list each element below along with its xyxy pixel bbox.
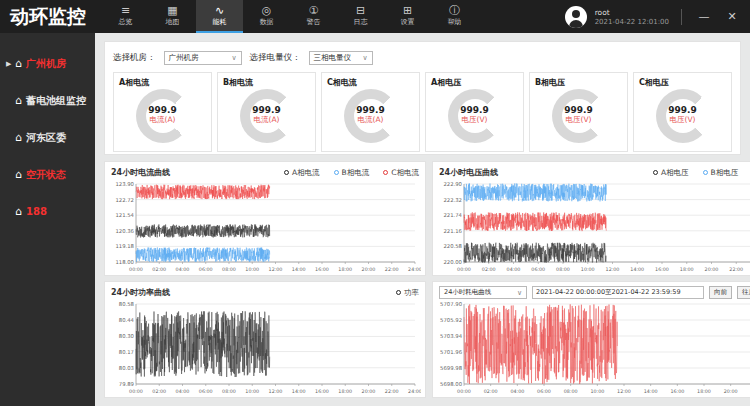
gauge-value: 999.9 xyxy=(552,105,606,115)
chart-legend: 功率 xyxy=(396,288,419,298)
overview-icon: ≡ xyxy=(121,5,130,16)
svg-text:122.72: 122.72 xyxy=(115,197,134,203)
gauge-cards: A相电流 999.9电流(A) B相电流 999.9电流(A) C相电流 999… xyxy=(113,72,732,152)
room-select[interactable]: 广州机房 ∨ xyxy=(164,51,242,65)
legend-item[interactable]: 功率 xyxy=(396,288,419,298)
svg-text:06:00: 06:00 xyxy=(199,267,213,272)
svg-text:16:00: 16:00 xyxy=(670,389,684,394)
svg-text:12:00: 12:00 xyxy=(269,267,283,272)
gauges-panel: 选择机房： 广州机房 ∨ 选择电量仪： 三相电量仪 ∨ A相电流 999.9电流… xyxy=(104,41,741,155)
power-curve-plot: 80.5880.4480.3080.1780.0379.8900:0002:00… xyxy=(109,300,421,395)
svg-text:16:00: 16:00 xyxy=(315,267,329,272)
nav-tab-help[interactable]: ⓘ帮助 xyxy=(431,0,478,33)
legend-item[interactable]: B相电流 xyxy=(334,168,370,178)
chart-legend: A相电流B相电流C相电流 xyxy=(284,168,419,178)
svg-text:123.90: 123.90 xyxy=(115,181,134,187)
svg-text:02:00: 02:00 xyxy=(484,389,498,394)
energy-icon: ∿ xyxy=(215,5,224,16)
nav-tab-energy[interactable]: ∿能耗 xyxy=(196,0,243,33)
sidebar-item-breaker-status[interactable]: ▶ ⌂ 空开状态 xyxy=(0,156,95,193)
svg-text:5703.94: 5703.94 xyxy=(440,333,463,339)
chart-title: 24小时功率曲线 xyxy=(111,287,170,298)
svg-text:02:00: 02:00 xyxy=(152,389,166,394)
svg-text:18:00: 18:00 xyxy=(338,389,352,394)
svg-text:222.32: 222.32 xyxy=(443,197,462,203)
legend-item[interactable]: A相电流 xyxy=(284,168,320,178)
home-icon: ⌂ xyxy=(15,205,22,218)
svg-text:221.74: 221.74 xyxy=(443,212,462,218)
svg-text:08:00: 08:00 xyxy=(222,389,236,394)
legend-item[interactable]: A相电压 xyxy=(653,168,689,178)
gauge-arc: 999.9电压(V) xyxy=(656,89,710,143)
gauge-card-phase-a-voltage: A相电压 999.9电压(V) xyxy=(425,72,524,152)
nav-tab-map[interactable]: ▦地图 xyxy=(149,0,196,33)
legend-ring-icon xyxy=(703,170,708,175)
svg-text:22:00: 22:00 xyxy=(729,267,743,272)
svg-text:120.36: 120.36 xyxy=(115,228,134,234)
svg-text:22:00: 22:00 xyxy=(385,267,399,272)
svg-text:10:00: 10:00 xyxy=(245,389,259,394)
svg-text:14:00: 14:00 xyxy=(292,267,306,272)
chevron-down-icon: ∨ xyxy=(231,54,236,62)
svg-text:80.58: 80.58 xyxy=(119,301,135,307)
gauge-unit: 电流(A) xyxy=(240,115,294,124)
next-button[interactable]: 往后 xyxy=(737,286,750,299)
avatar-head xyxy=(572,10,580,18)
sidebar: ▶ ⌂ 广州机房 ▶ ⌂ 蓄电池组监控 ▶ ⌂ 河东区委 ▶ ⌂ 空开状态 ▶ … xyxy=(0,33,95,406)
alert-icon: ① xyxy=(309,5,319,16)
svg-text:02:00: 02:00 xyxy=(482,267,496,272)
svg-text:18:00: 18:00 xyxy=(338,267,352,272)
gauge-arc: 999.9电流(A) xyxy=(136,89,190,143)
legend-item[interactable]: C相电流 xyxy=(383,168,419,178)
curve-type-select[interactable]: 24小时耗电曲线 ∨ xyxy=(439,286,527,299)
svg-text:5707.90: 5707.90 xyxy=(440,301,463,307)
home-icon: ⌂ xyxy=(15,94,22,107)
main-content: 选择机房： 广州机房 ∨ 选择电量仪： 三相电量仪 ∨ A相电流 999.9电流… xyxy=(95,33,750,406)
gauge-card-phase-c-voltage: C相电压 999.9电压(V) xyxy=(633,72,732,152)
svg-text:119.18: 119.18 xyxy=(115,243,134,249)
nav-tab-logs[interactable]: ⊟日志 xyxy=(337,0,384,33)
svg-text:06:00: 06:00 xyxy=(531,267,545,272)
nav-tab-alerts[interactable]: ①警告 xyxy=(290,0,337,33)
svg-text:220.00: 220.00 xyxy=(443,259,462,265)
close-button[interactable]: ✕ xyxy=(722,0,742,33)
gauge-value: 999.9 xyxy=(656,105,710,115)
svg-text:121.54: 121.54 xyxy=(115,212,134,218)
voltage-curve-panel: 24小时电压曲线 A相电压B相电压C相电压 222.90222.32221.74… xyxy=(432,161,750,276)
meter-select[interactable]: 三相电量仪 ∨ xyxy=(309,51,373,65)
home-icon: ⌂ xyxy=(15,168,22,181)
divider xyxy=(681,9,682,25)
svg-text:06:00: 06:00 xyxy=(537,389,551,394)
gauge-value: 999.9 xyxy=(448,105,502,115)
app-title: 动环监控 xyxy=(0,0,102,33)
gauge-card-phase-a-current: A相电流 999.9电流(A) xyxy=(113,72,212,152)
svg-text:08:00: 08:00 xyxy=(222,267,236,272)
legend-ring-icon xyxy=(284,170,289,175)
sidebar-item-battery-monitor[interactable]: ▶ ⌂ 蓄电池组监控 xyxy=(0,82,95,119)
legend-item[interactable]: B相电压 xyxy=(703,168,739,178)
svg-text:222.90: 222.90 xyxy=(443,181,462,187)
user-avatar[interactable] xyxy=(565,6,587,28)
sidebar-item-188[interactable]: ▶ ⌂ 188 xyxy=(0,193,95,230)
sidebar-item-label: 河东区委 xyxy=(26,131,66,145)
svg-text:80.44: 80.44 xyxy=(119,317,135,323)
home-icon: ⌂ xyxy=(15,57,22,70)
nav-tab-overview[interactable]: ≡总览 xyxy=(102,0,149,33)
sidebar-item-guangzhou-room[interactable]: ▶ ⌂ 广州机房 xyxy=(0,45,95,82)
svg-text:24:00: 24:00 xyxy=(408,267,421,272)
date-range-input[interactable]: 2021-04-22 00:00:00至2021-04-22 23:59:59 xyxy=(532,286,704,299)
svg-text:18:00: 18:00 xyxy=(697,389,711,394)
minimize-button[interactable]: — xyxy=(694,0,714,33)
gauge-card-phase-b-current: B相电流 999.9电流(A) xyxy=(217,72,316,152)
svg-text:5699.98: 5699.98 xyxy=(440,365,463,371)
svg-text:04:00: 04:00 xyxy=(507,267,521,272)
svg-text:00:00: 00:00 xyxy=(129,267,143,272)
sidebar-item-hedong[interactable]: ▶ ⌂ 河东区委 xyxy=(0,119,95,156)
data-gauge-icon: ◎ xyxy=(262,5,272,16)
svg-text:04:00: 04:00 xyxy=(176,389,190,394)
nav-tab-data[interactable]: ◎数据 xyxy=(243,0,290,33)
svg-text:12:00: 12:00 xyxy=(269,389,283,394)
nav-tab-settings[interactable]: ⊞设置 xyxy=(384,0,431,33)
svg-text:00:00: 00:00 xyxy=(457,267,471,272)
prev-button[interactable]: 向前 xyxy=(709,286,732,299)
